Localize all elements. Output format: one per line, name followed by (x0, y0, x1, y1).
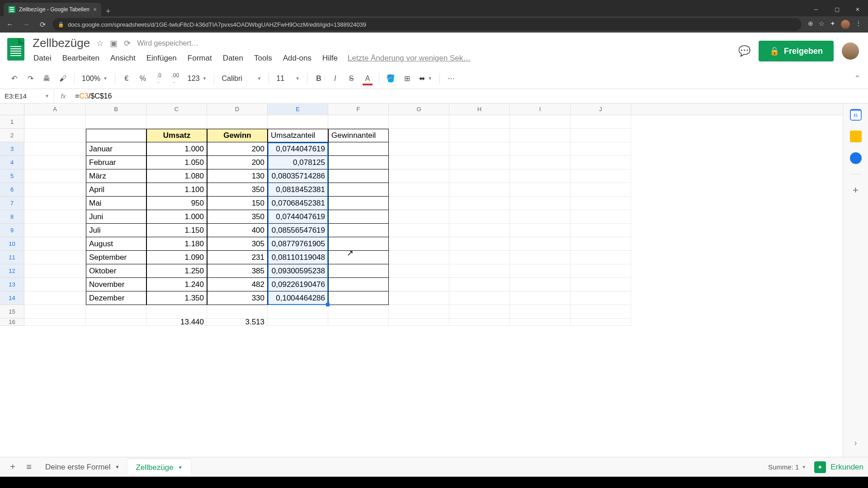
cell[interactable] (389, 291, 449, 305)
cell-umsatzanteil[interactable]: 0,08035714286 (268, 169, 328, 183)
cell-gewinn[interactable]: 150 (207, 197, 268, 210)
back-button[interactable]: ← (4, 18, 16, 31)
extensions-icon[interactable]: ✦ (830, 20, 835, 29)
cell[interactable] (571, 142, 631, 156)
row-header-12[interactable]: 12 (0, 264, 24, 278)
cell-gewinn[interactable]: 350 (207, 210, 268, 224)
col-header-G[interactable]: G (389, 103, 449, 115)
cell-umsatz[interactable]: 1.350 (146, 291, 207, 305)
cell-month[interactable]: Dezember (86, 291, 146, 305)
cell[interactable] (389, 305, 449, 319)
italic-button[interactable]: I (328, 72, 342, 85)
bold-button[interactable]: B (312, 72, 326, 85)
share-button[interactable]: 🔒 Freigeben (759, 41, 834, 61)
cell-gewinn[interactable]: 200 (207, 142, 268, 156)
cell[interactable] (449, 197, 510, 210)
cell[interactable] (24, 251, 86, 264)
cell[interactable] (449, 129, 510, 142)
cell-umsatzanteil[interactable]: 0,09226190476 (268, 278, 328, 291)
cell[interactable] (86, 305, 146, 319)
cell[interactable] (571, 210, 631, 224)
cell[interactable] (571, 129, 631, 142)
cell[interactable] (24, 210, 86, 224)
sheet-tab-1[interactable]: Deine erste Formel▼ (37, 459, 127, 475)
cell[interactable] (449, 210, 510, 224)
cell[interactable] (328, 319, 389, 326)
more-toolbar-button[interactable]: ⋯ (444, 72, 458, 85)
cell-gewinnanteil[interactable] (328, 224, 389, 237)
select-all-corner[interactable] (0, 103, 24, 115)
cell[interactable] (24, 305, 86, 319)
cell-gewinn[interactable]: 200 (207, 156, 268, 169)
cell-umsatz[interactable]: 1.000 (146, 142, 207, 156)
cell[interactable] (268, 319, 328, 326)
browser-menu-icon[interactable]: ⋮ (855, 20, 862, 29)
col-header-H[interactable]: H (449, 103, 510, 115)
zoom-select[interactable]: 100%▼ (79, 75, 110, 83)
cell[interactable] (510, 251, 571, 264)
menu-einfuegen[interactable]: Einfügen (146, 53, 178, 64)
cell[interactable] (510, 264, 571, 278)
cell-gewinnanteil[interactable] (328, 156, 389, 169)
cell[interactable] (510, 305, 571, 319)
cell-gewinn[interactable]: 385 (207, 264, 268, 278)
cell-umsatz[interactable]: 1.000 (146, 210, 207, 224)
cell[interactable] (389, 156, 449, 169)
forward-button[interactable]: → (20, 18, 33, 31)
cell-total-umsatz[interactable]: 13.440 (146, 319, 207, 326)
zoom-icon[interactable]: ⊕ (808, 20, 813, 29)
expand-side-panel-icon[interactable]: › (854, 438, 857, 448)
cell-month[interactable]: April (86, 183, 146, 197)
cell[interactable] (24, 224, 86, 237)
new-tab-button[interactable]: + (101, 7, 115, 16)
cell-umsatzanteil[interactable]: 0,09300595238 (268, 264, 328, 278)
cell-umsatzanteil[interactable]: 0,08110119048 (268, 251, 328, 264)
undo-button[interactable]: ↶ (7, 72, 21, 85)
cell-gewinnanteil[interactable] (328, 169, 389, 183)
cell[interactable] (510, 224, 571, 237)
cell[interactable] (571, 264, 631, 278)
cell-umsatz[interactable]: 1.100 (146, 183, 207, 197)
cell[interactable] (510, 129, 571, 142)
cell[interactable] (449, 305, 510, 319)
browser-tab[interactable]: Zellbezüge - Google Tabellen × (4, 3, 101, 16)
quicksum-display[interactable]: Summe: 1▼ (768, 463, 806, 471)
cell[interactable] (449, 183, 510, 197)
cell-month[interactable]: September (86, 251, 146, 264)
cell[interactable] (571, 237, 631, 251)
cell-gewinnanteil[interactable] (328, 197, 389, 210)
cell[interactable] (449, 169, 510, 183)
cell-gewinnanteil[interactable] (328, 251, 389, 264)
cell-umsatzanteil[interactable]: 0,078125 (268, 156, 328, 169)
text-color-button[interactable]: A (361, 72, 374, 85)
cell-umsatz[interactable]: 950 (146, 197, 207, 210)
cell[interactable] (510, 278, 571, 291)
cell-umsatz[interactable]: 1.240 (146, 278, 207, 291)
cell[interactable] (449, 291, 510, 305)
cell[interactable] (571, 251, 631, 264)
last-change-text[interactable]: Letzte Änderung vor wenigen Sek… (348, 54, 471, 63)
font-size-select[interactable]: 11▼ (274, 75, 302, 83)
col-header-A[interactable]: A (24, 103, 86, 115)
header-gewinnanteil[interactable]: Gewinnanteil (328, 129, 389, 142)
cell[interactable] (24, 197, 86, 210)
cell-gewinnanteil[interactable] (328, 264, 389, 278)
cell-umsatzanteil[interactable]: 0,07068452381 (268, 197, 328, 210)
col-header-F[interactable]: F (328, 103, 389, 115)
borders-button[interactable]: ⊞ (400, 72, 414, 85)
cell[interactable] (449, 319, 510, 326)
cell[interactable] (389, 251, 449, 264)
cell[interactable] (449, 251, 510, 264)
font-select[interactable]: Calibri▼ (219, 75, 264, 83)
cell-umsatzanteil[interactable]: 0,0744047619 (268, 210, 328, 224)
decrease-decimal-button[interactable]: .0← (152, 72, 166, 85)
currency-button[interactable]: € (120, 72, 133, 85)
maximize-button[interactable]: ▢ (826, 3, 847, 16)
cell-umsatz[interactable]: 1.250 (146, 264, 207, 278)
col-header-E[interactable]: E (268, 103, 328, 115)
row-header-4[interactable]: 4 (0, 156, 24, 169)
cell-month[interactable]: August (86, 237, 146, 251)
cell[interactable] (389, 197, 449, 210)
header-gewinn[interactable]: Gewinn (207, 129, 268, 142)
cell[interactable] (86, 319, 146, 326)
